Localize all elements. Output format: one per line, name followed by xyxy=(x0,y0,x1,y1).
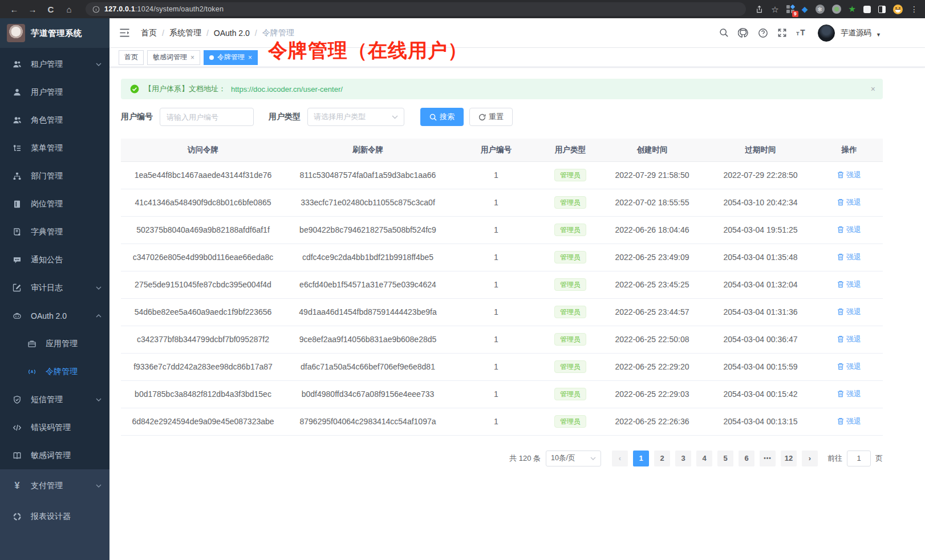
goto-label: 前往 xyxy=(827,453,842,464)
prev-page-button[interactable]: ‹ xyxy=(612,451,628,466)
force-logout-button[interactable]: 强退 xyxy=(837,389,861,399)
page-button-3[interactable]: 3 xyxy=(675,451,691,466)
refresh-token-cell: be90422b8c7946218275a508bf524fc9 xyxy=(285,216,451,244)
sidebar-item-oauth-token[interactable]: A 令牌管理 xyxy=(0,358,109,385)
sidebar-item-menu[interactable]: 菜单管理 xyxy=(0,134,109,162)
tab-home[interactable]: 首页 xyxy=(119,50,144,65)
tab-token-manage[interactable]: 令牌管理 × xyxy=(204,50,258,65)
user-type-select[interactable]: 请选择用户类型 xyxy=(307,108,404,126)
page-button-4[interactable]: 4 xyxy=(696,451,712,466)
browser-home-button[interactable]: ⌂ xyxy=(62,2,76,16)
chevron-down-icon xyxy=(96,63,102,66)
alert-close-icon[interactable]: × xyxy=(871,84,875,94)
force-logout-button[interactable]: 强退 xyxy=(837,252,861,262)
user-id-cell: 1 xyxy=(451,271,542,298)
sidebar-item-sms[interactable]: 短信管理 xyxy=(0,385,109,413)
sidebar-item-oauth2[interactable]: OAuth 2.0 xyxy=(0,302,109,330)
caret-down-icon[interactable]: ▼ xyxy=(876,32,881,38)
actions-cell: 强退 xyxy=(816,326,883,353)
created-cell: 2022-07-02 18:55:55 xyxy=(599,189,705,216)
access-token-cell: f9336e7c7dd242a283ee98dc86b17a87 xyxy=(121,353,285,380)
extensions-puzzle-icon[interactable] xyxy=(863,6,871,13)
font-size-icon[interactable]: TT xyxy=(796,28,809,38)
expires-cell: 2054-03-04 01:32:04 xyxy=(705,271,816,298)
extension-command-icon[interactable]: ✻ xyxy=(816,5,825,14)
force-logout-button[interactable]: 强退 xyxy=(837,334,861,344)
search-icon[interactable] xyxy=(719,28,729,38)
side-panel-icon[interactable] xyxy=(878,6,886,13)
close-icon[interactable]: × xyxy=(190,54,194,62)
tab-sensitive-words[interactable]: 敏感词管理 × xyxy=(147,50,200,65)
breadcrumb-current: 令牌管理 xyxy=(262,28,294,38)
page-ellipsis[interactable]: ••• xyxy=(760,451,776,466)
goto-page-input[interactable] xyxy=(847,451,871,466)
user-type-badge: 管理员 xyxy=(554,306,586,318)
sidebar-item-post[interactable]: 岗位管理 xyxy=(0,190,109,218)
page-size-select[interactable]: 10条/页 xyxy=(546,451,601,466)
force-logout-button[interactable]: 强退 xyxy=(837,197,861,208)
briefcase-icon xyxy=(27,339,37,348)
sidebar-item-role[interactable]: 角色管理 xyxy=(0,106,109,134)
sidebar-item-pay[interactable]: ¥ 支付管理 xyxy=(0,470,109,501)
username[interactable]: 芋道源码 xyxy=(841,28,871,38)
force-logout-button[interactable]: 强退 xyxy=(837,170,861,180)
force-logout-button[interactable]: 强退 xyxy=(837,225,861,235)
reset-button[interactable]: 重置 xyxy=(469,108,513,126)
fullscreen-icon[interactable] xyxy=(777,28,787,38)
sidebar-item-dept[interactable]: 部门管理 xyxy=(0,162,109,190)
sidebar-item-dict[interactable]: 字典管理 xyxy=(0,218,109,246)
breadcrumb-system[interactable]: 系统管理 xyxy=(169,28,201,38)
sidebar-item-tenant[interactable]: 租户管理 xyxy=(0,50,109,78)
force-logout-button[interactable]: 强退 xyxy=(837,416,861,427)
github-icon[interactable] xyxy=(738,27,749,38)
close-icon[interactable]: × xyxy=(248,54,252,62)
user-type-cell: 管理员 xyxy=(542,271,599,298)
sidebar-item-audit-log[interactable]: 审计日志 xyxy=(0,274,109,302)
browser-forward-button[interactable]: → xyxy=(25,2,40,16)
app-logo[interactable]: 芋道管理系统 xyxy=(0,18,109,48)
breadcrumb-oauth[interactable]: OAuth 2.0 xyxy=(214,29,250,38)
browser-back-button[interactable]: ← xyxy=(7,2,22,16)
created-cell: 2022-06-26 18:04:46 xyxy=(599,216,705,244)
doc-link[interactable]: https://doc.iocoder.cn/user-center/ xyxy=(231,85,343,94)
page-button-6[interactable]: 6 xyxy=(739,451,754,466)
breadcrumb-home[interactable]: 首页 xyxy=(141,28,157,38)
extension-star-icon[interactable]: ★ xyxy=(849,4,856,14)
sidebar-item-report-designer[interactable]: 报表设计器 xyxy=(0,501,109,532)
access-token-cell: c342377bf8b344799dcbf7bf095287f2 xyxy=(121,326,285,353)
page-button-2[interactable]: 2 xyxy=(654,451,670,466)
force-logout-button[interactable]: 强退 xyxy=(837,307,861,317)
breadcrumb: 首页 / 系统管理 / OAuth 2.0 / 令牌管理 xyxy=(141,28,294,38)
sidebar-item-oauth-apps[interactable]: 应用管理 xyxy=(0,330,109,358)
site-info-icon[interactable] xyxy=(92,6,100,13)
address-bar[interactable]: 127.0.0.1:1024/system/oauth2/token xyxy=(86,2,746,16)
page-button-1[interactable]: 1 xyxy=(633,451,649,466)
extension-tag-manager-icon[interactable]: 9 xyxy=(786,5,794,13)
force-logout-button[interactable]: 强退 xyxy=(837,279,861,290)
profile-avatar-icon[interactable] xyxy=(893,5,903,14)
sidebar-item-errcode[interactable]: 错误码管理 xyxy=(0,413,109,441)
user-avatar[interactable] xyxy=(818,25,835,42)
browser-reload-button[interactable]: C xyxy=(43,2,58,16)
share-icon[interactable] xyxy=(755,5,764,14)
help-icon[interactable] xyxy=(758,28,768,38)
extension-gem-icon[interactable]: ◆ xyxy=(802,5,808,14)
search-button[interactable]: 搜索 xyxy=(420,108,464,126)
user-id-cell: 1 xyxy=(451,189,542,216)
page-button-5[interactable]: 5 xyxy=(717,451,733,466)
extension-recorder-icon[interactable] xyxy=(832,5,841,14)
trash-icon xyxy=(837,226,844,233)
user-id-input[interactable] xyxy=(160,108,254,126)
created-cell: 2022-06-25 23:49:09 xyxy=(599,244,705,271)
bookmark-star-icon[interactable]: ☆ xyxy=(771,5,778,14)
force-logout-button[interactable]: 强退 xyxy=(837,362,861,372)
yen-icon: ¥ xyxy=(12,481,22,491)
page-button-12[interactable]: 12 xyxy=(781,451,797,466)
sidebar-item-user[interactable]: 用户管理 xyxy=(0,78,109,106)
sidebar-item-notice[interactable]: 通知公告 xyxy=(0,246,109,274)
hamburger-icon[interactable] xyxy=(119,28,130,38)
next-page-button[interactable]: › xyxy=(802,451,818,466)
browser-menu-icon[interactable]: ⋮ xyxy=(910,5,918,13)
user-type-badge: 管理员 xyxy=(554,224,586,236)
sidebar-item-sensitive-words[interactable]: 敏感词管理 xyxy=(0,441,109,469)
